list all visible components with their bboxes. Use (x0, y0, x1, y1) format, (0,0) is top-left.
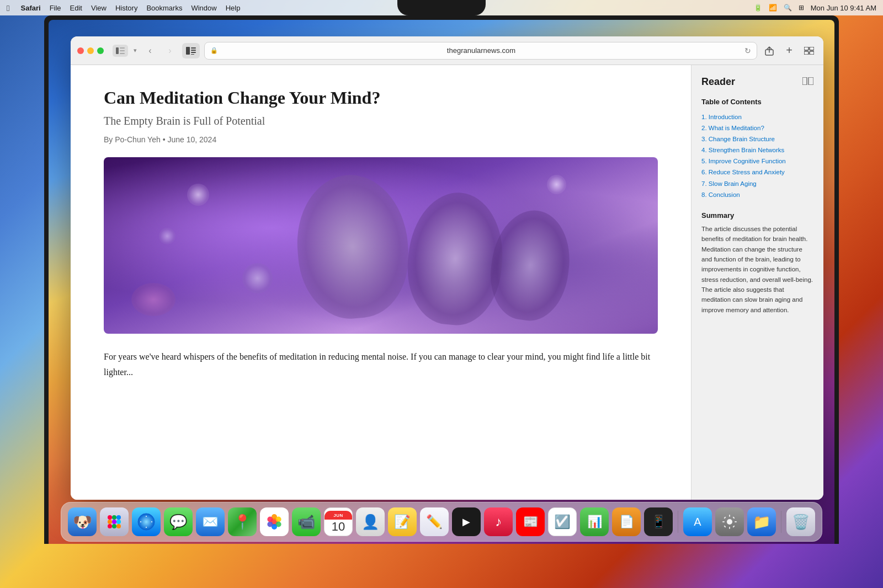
dock-contacts[interactable]: 👤 (356, 507, 385, 536)
svg-point-34 (276, 517, 281, 522)
fullscreen-button[interactable] (97, 47, 104, 54)
dock-maps[interactable]: 📍 (228, 507, 257, 536)
dock-music[interactable]: ♪ (484, 507, 513, 536)
toc-item-6[interactable]: 6. Reduce Stress and Anxiety (701, 167, 813, 178)
toc-item-2[interactable]: 2. What is Meditation? (701, 122, 813, 133)
svg-rect-43 (722, 521, 725, 522)
toc-item-8[interactable]: 8. Conclusion (701, 189, 813, 200)
svg-point-37 (267, 522, 273, 527)
article-body: For years we've heard whispers of the be… (104, 349, 658, 379)
datetime-display[interactable]: Mon Jun 10 9:41 AM (811, 4, 876, 12)
new-tab-button[interactable]: + (781, 43, 797, 58)
svg-rect-47 (724, 525, 726, 527)
svg-point-24 (116, 524, 121, 528)
laptop-frame: ▾ ‹ › 🔒 thegranularnews.com ↻ (44, 15, 839, 544)
refresh-button[interactable]: ↻ (744, 46, 751, 55)
dock-freeform[interactable]: ✏️ (420, 507, 449, 536)
menu-file[interactable]: File (50, 4, 61, 12)
menu-view[interactable]: View (91, 4, 107, 12)
dock-trash[interactable]: 🗑️ (786, 507, 815, 536)
summary-content: The article discusses the potential bene… (701, 224, 813, 316)
dock: 🐶 (61, 502, 822, 542)
dock-calendar[interactable]: JUN 10 (324, 507, 353, 536)
dock-news[interactable]: 📰 (516, 507, 545, 536)
svg-rect-44 (735, 521, 737, 522)
menu-edit[interactable]: Edit (70, 4, 82, 12)
dock-separator (678, 511, 678, 533)
svg-point-19 (108, 520, 112, 524)
lock-icon: 🔒 (210, 47, 218, 54)
svg-rect-7 (191, 52, 196, 53)
svg-rect-1 (120, 47, 125, 49)
close-button[interactable] (77, 47, 84, 54)
svg-rect-41 (729, 515, 730, 517)
laptop-screen: ▾ ‹ › 🔒 thegranularnews.com ↻ (49, 20, 834, 544)
safari-titlebar: ▾ ‹ › 🔒 thegranularnews.com ↻ (71, 36, 823, 65)
toc-item-7[interactable]: 7. Slow Brain Aging (701, 178, 813, 189)
dock-appletv[interactable]: ▶ (452, 507, 481, 536)
dock-finder[interactable]: 🐶 (68, 507, 97, 536)
menubar:  Safari File Edit View History Bookmark… (0, 0, 883, 15)
reader-mode-button[interactable] (182, 43, 200, 58)
tabs-button[interactable] (801, 43, 817, 58)
reader-panel-layout-icon[interactable] (802, 77, 813, 87)
svg-rect-4 (186, 47, 190, 55)
apple-menu[interactable]:  (7, 3, 9, 13)
article-area[interactable]: Can Meditation Change Your Mind? The Emp… (71, 65, 691, 500)
traffic-lights (77, 47, 104, 54)
minimize-button[interactable] (87, 47, 94, 54)
dock-appstore[interactable]: A (683, 507, 712, 536)
battery-icon: 🔋 (754, 4, 762, 12)
safari-window: ▾ ‹ › 🔒 thegranularnews.com ↻ (71, 36, 823, 500)
menubar-app-name[interactable]: Safari (20, 4, 40, 12)
toc-item-1[interactable]: 1. Introduction (701, 111, 813, 122)
dock-pages[interactable]: 📄 (612, 507, 641, 536)
svg-rect-12 (804, 51, 808, 55)
share-button[interactable] (762, 43, 777, 58)
search-icon[interactable]: 🔍 (784, 4, 792, 12)
control-center-icon[interactable]: ⊞ (799, 4, 804, 12)
menu-help[interactable]: Help (226, 4, 241, 12)
dock-launchpad[interactable] (100, 507, 129, 536)
dock-numbers[interactable]: 📊 (580, 507, 609, 536)
toc-item-3[interactable]: 3. Change Brain Structure (701, 133, 813, 145)
back-button[interactable]: ‹ (142, 43, 158, 58)
menu-bookmarks[interactable]: Bookmarks (146, 4, 182, 12)
dock-finder-window[interactable]: 📁 (747, 507, 776, 536)
sidebar-toggle-button[interactable] (113, 45, 128, 57)
article-title: Can Meditation Change Your Mind? (104, 87, 658, 108)
svg-rect-3 (120, 53, 125, 54)
svg-point-20 (112, 520, 116, 524)
svg-rect-42 (729, 527, 730, 529)
svg-rect-0 (116, 47, 119, 54)
dock-facetime[interactable]: 📹 (292, 507, 321, 536)
svg-text:A: A (694, 516, 701, 528)
dock-messages[interactable]: 💬 (164, 507, 193, 536)
svg-rect-11 (810, 47, 814, 50)
svg-point-38 (267, 517, 273, 522)
dock-reminders[interactable]: ☑️ (548, 507, 577, 536)
notch (397, 0, 486, 15)
article-subtitle: The Empty Brain is Full of Potential (104, 115, 658, 127)
dock-iphone-mirroring[interactable]: 📱 (644, 507, 673, 536)
toc-item-5[interactable]: 5. Improve Cognitive Function (701, 156, 813, 167)
svg-point-17 (112, 515, 116, 520)
dock-notes[interactable]: 📝 (388, 507, 417, 536)
svg-rect-2 (120, 50, 125, 51)
svg-point-21 (116, 520, 121, 524)
reader-panel: Reader Table of Contents 1. Introduction… (691, 65, 823, 500)
dock-photos[interactable] (260, 507, 289, 536)
menu-window[interactable]: Window (191, 4, 216, 12)
svg-rect-48 (732, 525, 735, 527)
safari-content: Can Meditation Change Your Mind? The Emp… (71, 65, 823, 500)
toc-item-4[interactable]: 4. Strengthen Brain Networks (701, 145, 813, 156)
forward-button[interactable]: › (162, 43, 178, 58)
address-bar[interactable]: 🔒 thegranularnews.com ↻ (204, 42, 757, 60)
dock-system-settings[interactable] (715, 507, 744, 536)
menu-history[interactable]: History (115, 4, 137, 12)
svg-rect-45 (724, 516, 726, 518)
svg-point-23 (112, 524, 116, 528)
dock-safari[interactable] (132, 507, 161, 536)
svg-rect-6 (191, 50, 196, 51)
dock-mail[interactable]: ✉️ (196, 507, 225, 536)
